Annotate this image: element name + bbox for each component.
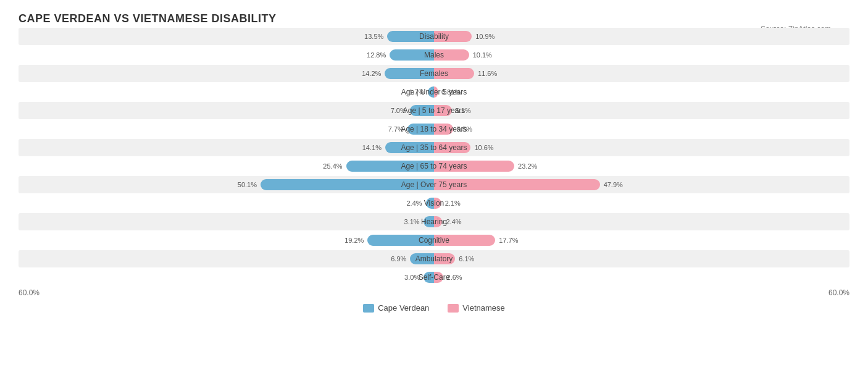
bar-row: 3.0%2.6%Self-Care <box>19 269 849 286</box>
bar-pink <box>434 68 474 79</box>
bar-value-left: 12.8% <box>364 51 386 59</box>
axis-right: 60.0% <box>828 288 849 297</box>
legend: Cape Verdean Vietnamese <box>19 303 849 313</box>
bar-value-left: 1.7% <box>403 88 424 96</box>
bar-value-left: 7.7% <box>382 125 404 133</box>
bar-value-right: 0.81% <box>441 88 463 96</box>
bar-pink <box>434 253 455 264</box>
chart-container: 13.5%10.9%Disability12.8%10.1%Males14.2%… <box>19 28 849 313</box>
bar-row: 50.1%47.9%Age | Over 75 years <box>19 176 849 193</box>
bar-blue <box>407 124 434 135</box>
bar-blue <box>387 31 434 42</box>
bar-row: 14.1%10.6%Age | 35 to 64 years <box>19 139 849 156</box>
bar-value-right: 10.9% <box>475 33 497 40</box>
bar-pink <box>434 49 469 61</box>
bar-value-right: 10.6% <box>474 144 496 151</box>
legend-box-pink <box>448 304 459 313</box>
bar-row: 14.2%11.6%Females <box>19 65 849 82</box>
bar-blue <box>426 198 434 209</box>
legend-vietnamese-label: Vietnamese <box>462 303 504 313</box>
bar-blue <box>428 86 434 98</box>
bar-row: 7.7%5.5%Age | 18 to 34 years <box>19 120 849 138</box>
bar-row: 2.4%2.1%Vision <box>19 195 849 212</box>
bar-row: 19.2%17.7%Cognitive <box>19 232 849 249</box>
bar-blue <box>346 161 434 172</box>
bar-value-right: 10.1% <box>473 51 495 59</box>
bar-value-right: 2.4% <box>446 218 467 225</box>
bar-row: 6.9%6.1%Ambulatory <box>19 250 849 267</box>
bar-value-right: 23.2% <box>518 162 540 170</box>
bar-value-left: 3.1% <box>398 218 420 225</box>
axis-labels: 60.0% 60.0% <box>19 288 849 297</box>
bar-value-left: 14.2% <box>359 70 381 77</box>
bar-value-left: 13.5% <box>362 33 383 40</box>
bar-value-left: 19.2% <box>342 237 364 244</box>
legend-box-blue <box>363 304 374 313</box>
bar-blue <box>410 253 434 264</box>
bar-pink <box>434 142 470 153</box>
bar-value-right: 2.6% <box>447 274 469 281</box>
bar-blue <box>424 272 434 283</box>
bar-row: 13.5%10.9%Disability <box>19 28 849 45</box>
bar-value-left: 14.1% <box>360 144 382 151</box>
bar-pink <box>434 198 441 209</box>
bar-row: 1.7%0.81%Age | Under 5 years <box>19 83 849 101</box>
bar-value-left: 6.9% <box>385 255 406 262</box>
bar-value-right: 5.5% <box>457 125 478 133</box>
bar-blue <box>367 235 434 246</box>
chart-title: CAPE VERDEAN VS VIETNAMESE DISABILITY <box>19 12 849 25</box>
bar-pink <box>434 31 472 42</box>
bar-pink <box>434 161 514 172</box>
bar-blue <box>261 179 434 190</box>
bar-value-left: 7.0% <box>385 107 406 114</box>
bar-value-right: 11.6% <box>478 70 499 77</box>
bar-value-left: 25.4% <box>321 162 343 170</box>
bar-blue <box>424 216 434 227</box>
bar-value-right: 6.1% <box>459 255 480 262</box>
legend-cape-verdean-label: Cape Verdean <box>378 303 429 313</box>
bar-row: 25.4%23.2%Age | 65 to 74 years <box>19 158 849 175</box>
bar-value-right: 2.1% <box>445 200 467 207</box>
bars-area: 13.5%10.9%Disability12.8%10.1%Males14.2%… <box>19 28 849 286</box>
bar-value-right: 5.1% <box>456 107 477 114</box>
bar-blue <box>385 142 434 153</box>
bar-value-left: 50.1% <box>235 181 257 188</box>
bar-row: 3.1%2.4%Hearing <box>19 213 849 230</box>
bar-pink <box>434 216 442 227</box>
bar-pink <box>434 105 452 116</box>
legend-cape-verdean: Cape Verdean <box>363 303 429 313</box>
bar-pink <box>434 124 453 135</box>
bar-pink <box>434 179 600 190</box>
legend-vietnamese: Vietnamese <box>448 303 504 313</box>
bar-blue <box>410 105 434 116</box>
bar-blue <box>385 68 434 79</box>
bar-pink <box>434 272 443 283</box>
bar-value-left: 2.4% <box>401 200 422 207</box>
axis-left: 60.0% <box>19 288 40 297</box>
bar-pink <box>434 235 495 246</box>
bar-value-right: 47.9% <box>604 181 625 188</box>
bar-row: 12.8%10.1%Males <box>19 46 849 64</box>
bar-row: 7.0%5.1%Age | 5 to 17 years <box>19 102 849 119</box>
bar-value-right: 17.7% <box>499 237 520 244</box>
bar-value-left: 3.0% <box>398 274 420 281</box>
bar-blue <box>390 49 434 61</box>
bar-pink <box>434 86 438 98</box>
